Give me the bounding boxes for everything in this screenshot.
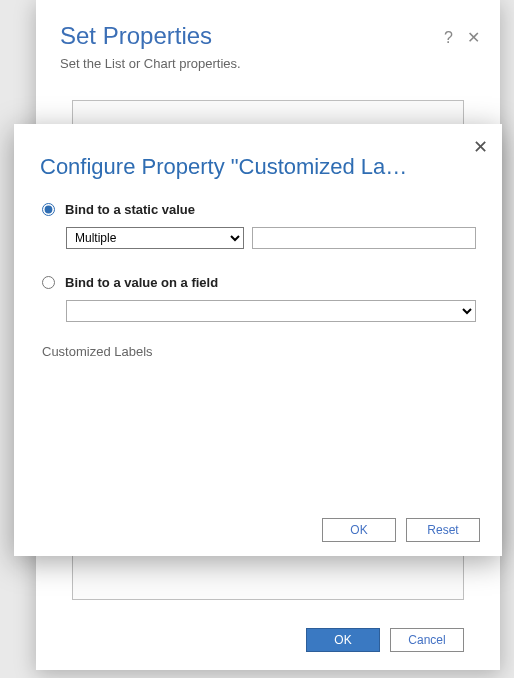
cancel-button[interactable]: Cancel (390, 628, 464, 652)
static-type-select[interactable]: Multiple (66, 227, 244, 249)
dialog-title: Configure Property "Customized La… (40, 154, 476, 180)
close-icon[interactable]: ✕ (467, 28, 480, 47)
option-field-radio[interactable] (42, 276, 55, 289)
dialog-header-actions: ? ✕ (444, 28, 480, 47)
ok-button[interactable]: OK (306, 628, 380, 652)
dialog-subtitle: Set the List or Chart properties. (60, 56, 476, 71)
close-icon[interactable]: ✕ (473, 136, 488, 158)
dialog-header: Set Properties Set the List or Chart pro… (36, 0, 500, 81)
help-icon[interactable]: ? (444, 29, 453, 47)
option-static-radio[interactable] (42, 203, 55, 216)
configure-property-dialog: ✕ Configure Property "Customized La… Bin… (14, 124, 502, 556)
dialog-title: Set Properties (60, 22, 476, 50)
dialog-footer: OK Cancel (306, 628, 464, 652)
ok-button[interactable]: OK (322, 518, 396, 542)
option-field-label: Bind to a value on a field (65, 275, 218, 290)
dialog-footer: OK Reset (322, 518, 480, 542)
static-controls: Multiple (66, 227, 476, 249)
field-select[interactable] (66, 300, 476, 322)
field-controls (66, 300, 476, 322)
static-value-input[interactable] (252, 227, 476, 249)
customized-labels-text: Customized Labels (42, 344, 476, 359)
option-static-label: Bind to a static value (65, 202, 195, 217)
option-field-row[interactable]: Bind to a value on a field (40, 275, 476, 290)
reset-button[interactable]: Reset (406, 518, 480, 542)
option-static-row[interactable]: Bind to a static value (40, 202, 476, 217)
